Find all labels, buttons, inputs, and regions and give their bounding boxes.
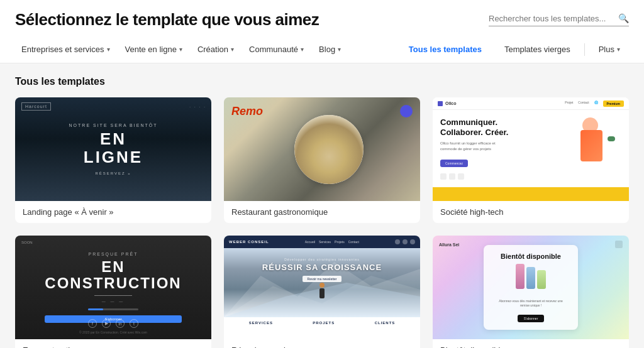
- app-container: Sélectionnez le template que vous aimez …: [0, 0, 644, 348]
- template-label-5: Réussir sa croissance: [224, 339, 420, 348]
- page-title: Sélectionnez le template que vous aimez: [15, 10, 319, 30]
- nav-row: Entreprises et services ▾ Vente en ligne…: [15, 36, 629, 63]
- template-thumb-1: Harcourt ···· NOTRE SITE SERA BIENTÔT EN…: [15, 97, 211, 201]
- template-label-2: Restaurant gastronomique: [224, 201, 420, 223]
- nav-item-creation[interactable]: Création ▾: [191, 41, 240, 58]
- tab-tous-templates[interactable]: Tous les templates: [400, 41, 491, 58]
- template-label-6: Bientôt disponible: [433, 339, 629, 348]
- nav-item-blog[interactable]: Blog ▾: [313, 41, 347, 58]
- nav-item-entreprises[interactable]: Entreprises et services ▾: [15, 41, 116, 58]
- divider: [584, 43, 585, 56]
- template-label-4: En construction: [15, 339, 211, 348]
- search-input[interactable]: [489, 14, 614, 23]
- templates-grid: Harcourt ···· NOTRE SITE SERA BIENTÔT EN…: [15, 97, 629, 348]
- chevron-down-icon: ▾: [107, 46, 110, 53]
- template-card-3[interactable]: Ollco Projet Contact 🌐 Premium Communiqu…: [433, 97, 629, 223]
- tab-templates-vierges[interactable]: Templates vierges: [496, 41, 579, 58]
- nav-item-communaute[interactable]: Communauté ▾: [243, 41, 310, 58]
- chevron-down-icon: ▾: [301, 46, 304, 53]
- template-card-2[interactable]: Remo Restaurant gastronomique: [224, 97, 420, 223]
- top-bar: Sélectionnez le template que vous aimez …: [0, 0, 644, 63]
- template-thumb-2: Remo: [224, 97, 420, 201]
- template-label-1: Landing page « À venir »: [15, 201, 211, 223]
- nav-left: Entreprises et services ▾ Vente en ligne…: [15, 41, 347, 58]
- nav-right: Tous les templates Templates vierges Plu…: [400, 41, 629, 58]
- header-row: Sélectionnez le template que vous aimez …: [15, 0, 629, 36]
- template-thumb-5: WEBER CONSEIL Accueil Services Projets C…: [224, 236, 420, 339]
- nav-item-vente[interactable]: Vente en ligne ▾: [119, 41, 189, 58]
- template-thumb-3: Ollco Projet Contact 🌐 Premium Communiqu…: [433, 97, 629, 201]
- search-icon: 🔍: [618, 13, 629, 23]
- template-card-5[interactable]: WEBER CONSEIL Accueil Services Projets C…: [224, 236, 420, 348]
- template-thumb-4: SOON PRESQUE PRÊT ENCONSTRUCTION — — — S…: [15, 236, 211, 339]
- chevron-down-icon: ▾: [231, 46, 234, 53]
- search-box[interactable]: 🔍: [489, 13, 629, 26]
- template-label-3: Société high-tech: [433, 201, 629, 223]
- chevron-down-icon: ▾: [617, 46, 620, 53]
- template-card-1[interactable]: Harcourt ···· NOTRE SITE SERA BIENTÔT EN…: [15, 97, 211, 223]
- tab-plus[interactable]: Plus ▾: [590, 41, 629, 58]
- chevron-down-icon: ▾: [179, 46, 182, 53]
- template-thumb-6: Allura Sei Bientôt disponible Abon: [433, 236, 629, 339]
- section-title: Tous les templates: [15, 76, 629, 87]
- main-content: Tous les templates Harcourt ···· NOTRE S…: [0, 63, 644, 348]
- chevron-down-icon: ▾: [338, 46, 341, 53]
- template-card-6[interactable]: Allura Sei Bientôt disponible Abon: [433, 236, 629, 348]
- template-card-4[interactable]: SOON PRESQUE PRÊT ENCONSTRUCTION — — — S…: [15, 236, 211, 348]
